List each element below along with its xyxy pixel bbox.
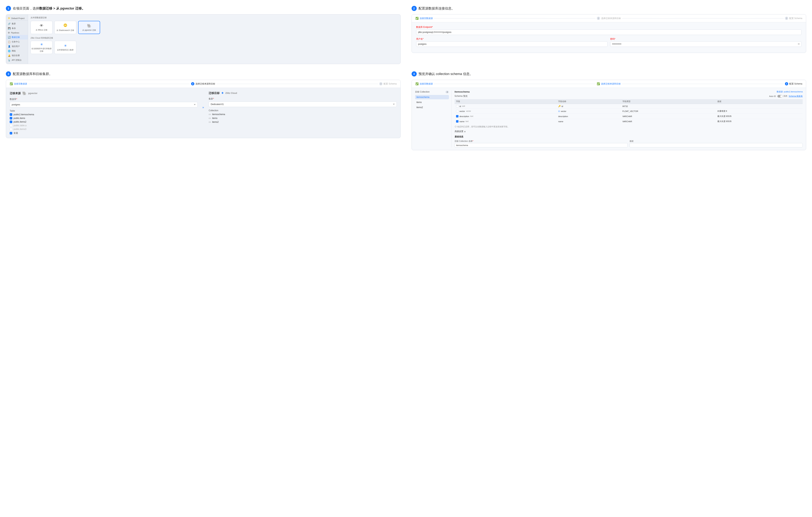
zilliz-subtitle: Zilliz Cloud 简单集群迁移 [31, 37, 398, 39]
sidebar-item-network[interactable]: 🌐 网络 [6, 49, 28, 53]
cb-1 [10, 117, 12, 119]
password-wrapper: 👁 [610, 41, 802, 47]
collection-label: Collection [209, 109, 397, 112]
step2-wizard: ✅ 连接至数据源 2 选择迁移来源和目标 3 配置 Schema [412, 14, 806, 22]
row0-name: 🔑 id [557, 104, 621, 109]
table-label: Table [10, 110, 198, 112]
wizard-step3: 3 配置 Schema [785, 17, 802, 20]
step4-w2: ✅ 选择迁移来源和目标 [597, 82, 621, 85]
collection-name-field: 目标 Collection 名称* [455, 140, 628, 148]
row0-cb[interactable] [456, 105, 458, 108]
collection-list: ▭ itemsschema ▭ items ▭ items2 [209, 113, 397, 123]
username-input[interactable] [416, 41, 608, 47]
wizard-sep1 [434, 18, 595, 19]
schema-preview-header: Schema 预览 Auto ID 关闭 Schema 映射表 [455, 95, 803, 98]
row0-field: id int4 [455, 104, 557, 109]
col-desc: 描述 [716, 99, 803, 104]
table-item-2[interactable]: public.items2 [10, 121, 198, 123]
step4-badge: 4 [412, 71, 417, 77]
sidebar-item-tasks[interactable]: 📋 任务中心 [6, 39, 28, 44]
sidebar-item-cluster[interactable]: 🔗 集群 [6, 22, 28, 26]
endpoint-label: 数据库 Endpoint* [416, 26, 802, 29]
migrate-columns: 迁移来源 🐘 pgvector 数据库* postgres Tabl [10, 91, 397, 135]
step4-wizard: ✅ 连接至数据源 ✅ 选择迁移来源和目标 3 配置 Schema [412, 80, 806, 88]
sidebar-item-api[interactable]: 📡 API 控制台 [6, 58, 28, 62]
pgvector-icon: 🐘 [87, 24, 91, 28]
coll-nav-item-1[interactable]: items [415, 100, 449, 104]
coll-nav-item-2[interactable]: items2 [415, 105, 449, 110]
step3-w1-icon: ✅ [10, 82, 13, 85]
basic-info-title: 基础信息 [455, 135, 803, 138]
collection-name-input[interactable] [455, 143, 628, 148]
sidebar-item-users[interactable]: 👤 项目用户 [6, 44, 28, 49]
pg-icon: 🐘 [22, 91, 27, 95]
row3-type: VARCHAR [621, 119, 716, 124]
row0-desc [716, 104, 803, 109]
coll-nav-item-0[interactable]: itemsschema [415, 95, 449, 99]
row3-cb[interactable] [456, 120, 458, 123]
cluster-select-wrapper: Dedicated-01 [209, 101, 397, 107]
cb-0 [10, 113, 12, 116]
cluster-select[interactable]: Dedicated-01 [209, 101, 397, 107]
table-item-1[interactable]: public.items [10, 117, 198, 119]
schema-title: itemsschema [455, 90, 470, 93]
schema-row-0: id int4 🔑 id [455, 104, 803, 109]
migration-card-cross-cluster[interactable]: ✳ 在当前组织中进行跨集群迁移 [31, 41, 53, 54]
toggle-control[interactable] [777, 95, 783, 97]
arrow-double-icon: » [202, 106, 204, 109]
step4-two-col: 目标 Collection 3 itemsschema items items2 [415, 90, 803, 148]
target-header: 迁移目标 ✦ Zilliz Cloud [209, 91, 397, 95]
db-select[interactable]: postgres [10, 102, 198, 108]
step3-w2: 2 选择迁移来源和目标 [191, 82, 215, 85]
sidebar-item-alerts[interactable]: 🔔 项目告警 [6, 53, 28, 58]
wizard-step2: 2 选择迁移来源和目标 [597, 17, 621, 20]
row2-field: description text [455, 114, 557, 119]
backup-icon: 💾 [8, 27, 10, 30]
migration-card-pgvector[interactable]: 🐘 从 pgvector 迁移 [78, 21, 100, 34]
sidebar-project: 📁 Default Project [6, 16, 28, 21]
table-item-selectall[interactable]: 全选 [10, 131, 198, 135]
cb-selectall [10, 132, 12, 134]
step2-panel: ✅ 连接至数据源 2 选择迁移来源和目标 3 配置 Schema 数据库 End… [412, 14, 806, 53]
sidebar-item-pipelines[interactable]: ⚙ Pipelines [6, 31, 28, 35]
basic-info-grid: 目标 Collection 名称* 描述 [455, 140, 803, 148]
auto-id-toggle[interactable]: 关闭 [777, 95, 787, 97]
step1-panel: 📁 Default Project 🔗 集群 💾 备份 ⚙ Pipelines … [6, 14, 401, 64]
migration-card-external-import[interactable]: ✳ 从外部组织迁入集群 [54, 41, 76, 54]
cb-2 [10, 121, 12, 123]
advanced-toggle[interactable]: 高级设置 ∨ [455, 130, 803, 133]
row1-desc: 向量维度 8 [716, 109, 803, 114]
row0-type: INT32 [621, 104, 716, 109]
migration-cards-external: 👁 从 Milvus 迁移 从 Elasticsearch 迁移 [31, 21, 398, 34]
users-icon: 👤 [8, 45, 10, 48]
arrow-col: » [198, 91, 209, 109]
table-item-0[interactable]: public2.itemsschema [10, 113, 198, 116]
step4-panel: ✅ 连接至数据源 ✅ 选择迁移来源和目标 3 配置 Schema [412, 80, 806, 150]
row1-field: vector vector [455, 109, 557, 114]
schema-preview-label: Schema 预览 [455, 95, 468, 98]
api-icon: 📡 [8, 59, 10, 61]
desc-input[interactable] [630, 143, 803, 148]
sidebar-item-migration[interactable]: 🔄 数据迁移 [6, 35, 28, 39]
migration-card-elasticsearch[interactable]: 从 Elasticsearch 迁移 [54, 21, 76, 34]
step4-w1-icon: ✅ [415, 82, 418, 85]
sidebar-item-backup[interactable]: 💾 备份 [6, 26, 28, 31]
row1-cb[interactable] [456, 110, 458, 112]
coll-icon-0: ▭ [209, 113, 211, 116]
alerts-icon: 🔔 [8, 54, 10, 57]
password-input[interactable] [610, 41, 802, 47]
zilliz-icon: ✦ [221, 91, 224, 95]
table-item-3: public.table.a [10, 124, 198, 127]
migration-card-milvus[interactable]: 👁 从 Milvus 迁移 [31, 21, 53, 34]
step4-w2-icon: ✅ [597, 82, 600, 85]
eye-icon[interactable]: 👁 [798, 42, 800, 45]
source-header: 迁移来源 🐘 pgvector [10, 91, 198, 95]
coll-item-2: ▭ items2 [209, 121, 397, 123]
step2-badge: 2 [412, 6, 417, 11]
row2-cb[interactable] [456, 115, 458, 117]
endpoint-input[interactable] [416, 29, 802, 35]
schema-map-link[interactable]: Schema 映射表 [789, 95, 803, 97]
schema-preview-actions: Auto ID 关闭 Schema 映射表 [769, 95, 803, 97]
cb-3 [10, 124, 12, 127]
external-import-icon: ✳ [64, 44, 67, 48]
